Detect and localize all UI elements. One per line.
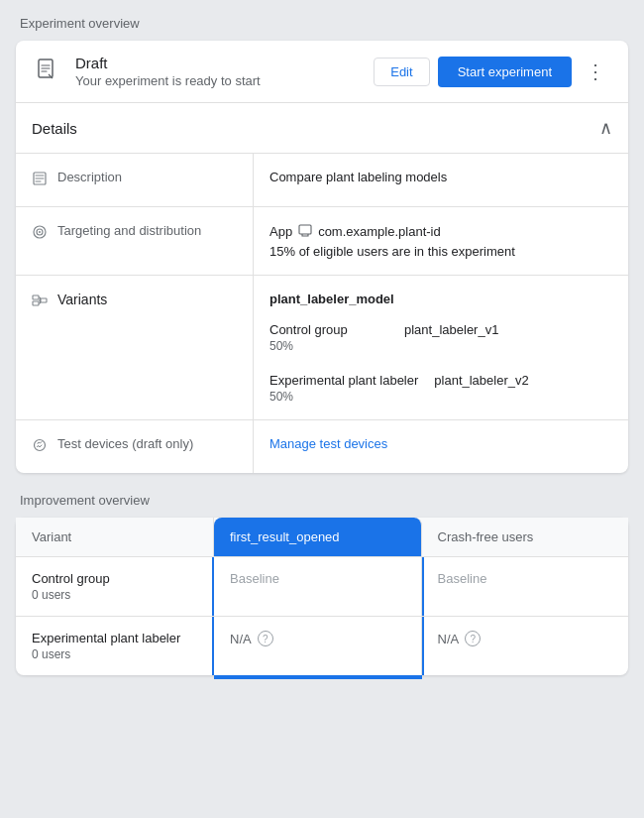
experimental-crash-value: N/A (438, 632, 460, 646)
details-title: Details (32, 120, 77, 137)
test-devices-row: Test devices (draft only) Manage test de… (16, 420, 628, 473)
control-group-percent: 50% (269, 339, 388, 353)
improvement-card: Variant first_result_opened Crash-free u… (16, 518, 628, 675)
description-label-text: Description (57, 170, 122, 184)
targeting-icon (32, 224, 48, 244)
app-label: App (269, 224, 292, 239)
experiment-overview-title: Experiment overview (16, 16, 628, 31)
control-group-variant-cell: Control group 0 users (16, 557, 214, 616)
svg-point-9 (35, 440, 46, 451)
variants-icon (32, 292, 48, 312)
control-group-crash-cell: Baseline (422, 557, 629, 616)
experiment-card: Draft Your experiment is ready to start … (16, 41, 628, 473)
draft-header: Draft Your experiment is ready to start … (16, 41, 628, 103)
description-value: Compare plant labeling models (254, 154, 628, 206)
variants-header-label: plant_labeler_model (269, 292, 612, 306)
experimental-percent: 50% (269, 390, 418, 404)
svg-rect-8 (41, 298, 47, 302)
control-group-crash-value: Baseline (438, 571, 487, 586)
description-row: Description Compare plant labeling model… (16, 154, 628, 207)
app-icon (298, 223, 312, 240)
description-label: Description (16, 154, 254, 206)
app-value: com.example.plant-id (318, 224, 441, 239)
control-group-value: plant_labeler_v1 (404, 322, 498, 337)
control-group-improvement-row: Control group 0 users Baseline Baseline (16, 557, 628, 617)
experimental-name: Experimental plant labeler (269, 373, 418, 388)
help-icon-first-result[interactable]: ? (258, 631, 273, 646)
improvement-overview-title: Improvement overview (16, 493, 628, 508)
draft-title: Draft (75, 55, 374, 71)
page-container: Experiment overview Draft Your experimen… (0, 0, 644, 691)
edit-button[interactable]: Edit (374, 58, 429, 86)
draft-icon (32, 56, 63, 87)
test-devices-label: Test devices (draft only) (16, 420, 254, 473)
distribution-text: 15% of eligible users are in this experi… (269, 244, 612, 259)
experimental-variant-cell: Experimental plant labeler 0 users (16, 617, 214, 675)
experimental-improvement-name: Experimental plant labeler (32, 631, 197, 645)
targeting-value: App com.example.plant-id 15% of eligible… (254, 207, 628, 275)
experimental-first-result-na: N/A ? (230, 631, 405, 646)
draft-subtitle: Your experiment is ready to start (75, 73, 374, 88)
control-group-improvement-users: 0 users (32, 588, 197, 602)
experimental-first-result-cell: N/A ? (214, 617, 422, 675)
variant-experimental: Experimental plant labeler 50% plant_lab… (269, 373, 612, 404)
collapse-button[interactable]: ∧ (599, 117, 612, 139)
svg-rect-7 (33, 301, 39, 305)
experimental-improvement-row: Experimental plant labeler 0 users N/A ?… (16, 617, 628, 675)
draft-actions: Edit Start experiment ⋮ (374, 57, 612, 87)
experimental-improvement-users: 0 users (32, 647, 197, 661)
experimental-first-result-value: N/A (230, 632, 252, 646)
targeting-label-text: Targeting and distribution (57, 223, 201, 238)
start-experiment-button[interactable]: Start experiment (438, 57, 572, 87)
variants-label: Variants (16, 276, 254, 419)
svg-rect-5 (299, 225, 311, 234)
first-result-column-header: first_result_opened (214, 518, 422, 556)
svg-point-4 (39, 231, 41, 233)
details-header: Details ∧ (16, 103, 628, 154)
help-icon-crash[interactable]: ? (465, 631, 481, 646)
crash-free-column-header: Crash-free users (422, 518, 629, 556)
control-group-first-result-value: Baseline (230, 571, 279, 586)
variant-column-header: Variant (16, 518, 214, 556)
experimental-crash-cell: N/A ? (422, 617, 629, 675)
more-options-button[interactable]: ⋮ (580, 58, 612, 85)
variants-row: Variants plant_labeler_model Control gro… (16, 276, 628, 420)
test-devices-value: Manage test devices (254, 420, 628, 473)
experimental-value: plant_labeler_v2 (434, 373, 528, 388)
control-group-name: Control group (269, 322, 388, 337)
experimental-crash-na: N/A ? (438, 631, 613, 646)
description-icon (32, 171, 48, 190)
draft-text: Draft Your experiment is ready to start (75, 55, 374, 88)
improvement-header-row: Variant first_result_opened Crash-free u… (16, 518, 628, 557)
control-group-first-result-cell: Baseline (214, 557, 422, 616)
targeting-label: Targeting and distribution (16, 207, 254, 275)
control-group-improvement-name: Control group (32, 571, 197, 586)
test-devices-label-text: Test devices (draft only) (57, 436, 193, 451)
variants-label-text: Variants (57, 292, 107, 307)
test-devices-icon (32, 437, 48, 457)
app-line: App com.example.plant-id (269, 223, 612, 240)
manage-test-devices-link[interactable]: Manage test devices (269, 436, 387, 451)
variant-control-group: Control group 50% plant_labeler_v1 (269, 322, 612, 353)
variants-value: plant_labeler_model Control group 50% pl… (254, 276, 628, 419)
targeting-row: Targeting and distribution App com.examp… (16, 207, 628, 276)
svg-rect-6 (33, 295, 39, 299)
